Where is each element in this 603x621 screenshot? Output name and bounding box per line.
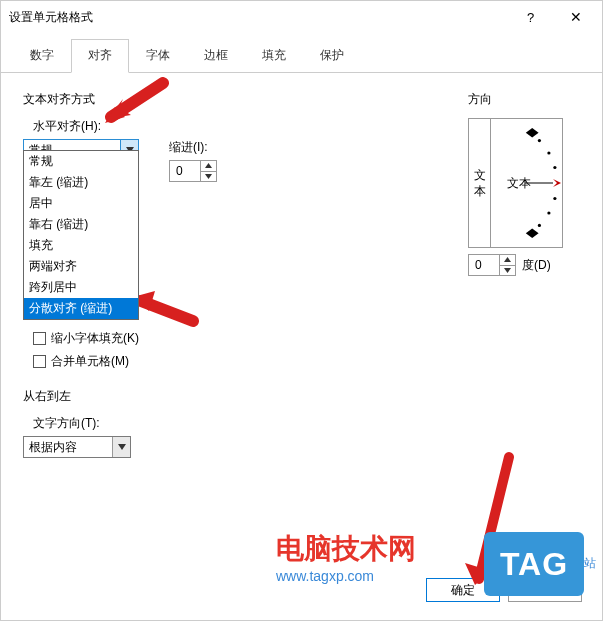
merge-checkbox[interactable]: 合并单元格(M) <box>33 353 458 370</box>
chevron-down-icon[interactable] <box>112 437 130 457</box>
dd-item-center-across[interactable]: 跨列居中 <box>24 277 138 298</box>
svg-point-2 <box>553 166 556 169</box>
spin-down-icon[interactable] <box>200 172 216 182</box>
horizontal-align-label: 水平对齐(H): <box>33 118 458 135</box>
watermark-url: www.tagxp.com <box>276 568 416 584</box>
text-direction-combo[interactable]: 根据内容 <box>23 436 131 458</box>
text-direction-label: 文字方向(T): <box>33 415 458 432</box>
svg-point-0 <box>538 139 541 142</box>
dd-item-general[interactable]: 常规 <box>24 151 138 172</box>
checkbox-icon <box>33 355 46 368</box>
dd-item-center[interactable]: 居中 <box>24 193 138 214</box>
indent-value: 0 <box>176 164 183 178</box>
format-cells-window: 设置单元格格式 ? ✕ 数字 对齐 字体 边框 填充 保护 文本对齐方式 水平对… <box>0 0 603 621</box>
window-title: 设置单元格格式 <box>9 9 508 26</box>
orientation-dial[interactable]: 文 本 <box>468 118 563 248</box>
svg-point-1 <box>547 151 550 154</box>
dd-item-left[interactable]: 靠左 (缩进) <box>24 172 138 193</box>
shrink-checkbox[interactable]: 缩小字体填充(K) <box>33 330 458 347</box>
indent-spinner[interactable]: 0 <box>169 160 217 182</box>
help-button[interactable]: ? <box>508 3 553 31</box>
degree-value: 0 <box>475 258 482 272</box>
checkbox-icon <box>33 332 46 345</box>
dd-item-justify[interactable]: 两端对齐 <box>24 256 138 277</box>
titlebar: 设置单元格格式 ? ✕ <box>1 1 602 33</box>
spin-up-icon[interactable] <box>200 161 216 172</box>
svg-point-4 <box>553 197 556 200</box>
horizontal-align-dropdown[interactable]: 常规 靠左 (缩进) 居中 靠右 (缩进) 填充 两端对齐 跨列居中 分散对齐 … <box>23 150 139 320</box>
degree-label: 度(D) <box>522 257 551 274</box>
orientation-heading: 方向 <box>468 91 578 108</box>
rtl-heading: 从右到左 <box>23 388 458 405</box>
close-button[interactable]: ✕ <box>553 3 598 31</box>
orientation-vertical-text[interactable]: 文 本 <box>469 119 491 247</box>
tab-bar: 数字 对齐 字体 边框 填充 保护 <box>1 39 602 73</box>
indent-label: 缩进(I): <box>169 139 217 156</box>
tab-font[interactable]: 字体 <box>129 39 187 72</box>
text-alignment-heading: 文本对齐方式 <box>23 91 458 108</box>
spin-down-icon[interactable] <box>499 266 515 276</box>
text-direction-value: 根据内容 <box>29 439 77 456</box>
tab-border[interactable]: 边框 <box>187 39 245 72</box>
tab-protection[interactable]: 保护 <box>303 39 361 72</box>
svg-point-5 <box>547 211 550 214</box>
watermark-title: 电脑技术网 <box>276 530 416 568</box>
tab-alignment[interactable]: 对齐 <box>71 39 129 73</box>
dd-item-fill[interactable]: 填充 <box>24 235 138 256</box>
tag-badge: TAG <box>484 532 584 596</box>
dd-item-right[interactable]: 靠右 (缩进) <box>24 214 138 235</box>
dial-text-label: 文本 <box>507 176 531 190</box>
dial-icon: 文本 <box>491 119 563 247</box>
dd-item-distributed[interactable]: 分散对齐 (缩进) <box>24 298 138 319</box>
svg-point-6 <box>538 224 541 227</box>
tab-fill[interactable]: 填充 <box>245 39 303 72</box>
spin-up-icon[interactable] <box>499 255 515 266</box>
tab-number[interactable]: 数字 <box>13 39 71 72</box>
tag-text: TAG <box>500 546 568 583</box>
degree-spinner[interactable]: 0 <box>468 254 516 276</box>
watermark: 电脑技术网 www.tagxp.com <box>276 530 416 584</box>
